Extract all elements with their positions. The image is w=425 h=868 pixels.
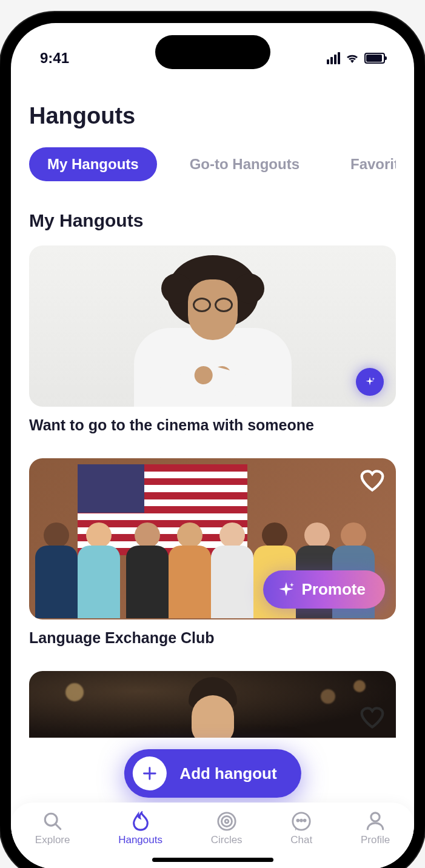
sparkle-icon [278, 581, 295, 598]
svg-point-2 [221, 816, 232, 827]
nav-explore[interactable]: Explore [35, 811, 70, 846]
svg-point-6 [301, 820, 303, 821]
favorite-heart-icon[interactable] [360, 706, 385, 729]
target-icon [216, 811, 237, 832]
svg-point-7 [304, 820, 306, 821]
sparkle-badge-icon[interactable] [356, 368, 384, 396]
hangout-card-title: Language Exchange Club [29, 629, 396, 647]
nav-label: Explore [35, 834, 70, 846]
hangout-card-image: Promote [29, 458, 396, 619]
plus-icon [132, 756, 166, 790]
hangout-card-image [29, 245, 396, 407]
nav-label: Chat [290, 834, 312, 846]
screen: 9:41 Hangouts My Hangouts Go-to Hangouts… [11, 23, 414, 868]
phone-frame: 9:41 Hangouts My Hangouts Go-to Hangouts… [0, 12, 425, 868]
svg-point-8 [371, 813, 380, 821]
nav-circles[interactable]: Circles [211, 811, 243, 846]
svg-point-3 [225, 820, 229, 823]
tab-favorite-hangouts[interactable]: Favorite Hangouts [332, 147, 396, 181]
hangout-card[interactable]: Want to go to the cinema with someone [29, 245, 396, 434]
nav-label: Hangouts [118, 834, 162, 846]
hangout-card-title: Want to go to the cinema with someone [29, 416, 396, 434]
section-title: My Hangouts [29, 210, 396, 231]
tab-my-hangouts[interactable]: My Hangouts [29, 147, 157, 181]
nav-hangouts[interactable]: Hangouts [118, 811, 162, 846]
page-title: Hangouts [29, 103, 396, 129]
promote-label: Promote [302, 580, 366, 599]
add-hangout-button[interactable]: Add hangout [124, 749, 301, 798]
cellular-signal-icon [327, 52, 340, 64]
home-indicator[interactable] [152, 858, 273, 862]
battery-icon [364, 53, 385, 64]
hangout-card[interactable]: Promote Language Exchange Club [29, 458, 396, 647]
person-icon [365, 811, 386, 832]
wifi-icon [345, 52, 360, 64]
svg-point-5 [297, 820, 299, 821]
content-area: Hangouts My Hangouts Go-to Hangouts Favo… [11, 76, 414, 803]
favorite-heart-icon[interactable] [360, 469, 385, 492]
tabs-row: My Hangouts Go-to Hangouts Favorite Hang… [29, 147, 396, 181]
nav-label: Circles [211, 834, 243, 846]
status-indicators [327, 52, 385, 64]
add-hangout-label: Add hangout [179, 764, 276, 783]
notch [155, 35, 270, 69]
nav-profile[interactable]: Profile [361, 811, 390, 846]
nav-label: Profile [361, 834, 390, 846]
hangout-card-image [29, 671, 396, 738]
hangout-card[interactable] [29, 671, 396, 738]
chat-icon [291, 811, 312, 832]
tab-go-to-hangouts[interactable]: Go-to Hangouts [172, 147, 318, 181]
nav-chat[interactable]: Chat [290, 811, 312, 846]
promote-button[interactable]: Promote [263, 570, 385, 609]
status-time: 9:41 [40, 50, 69, 67]
flame-icon [130, 811, 151, 832]
search-icon [42, 811, 63, 832]
